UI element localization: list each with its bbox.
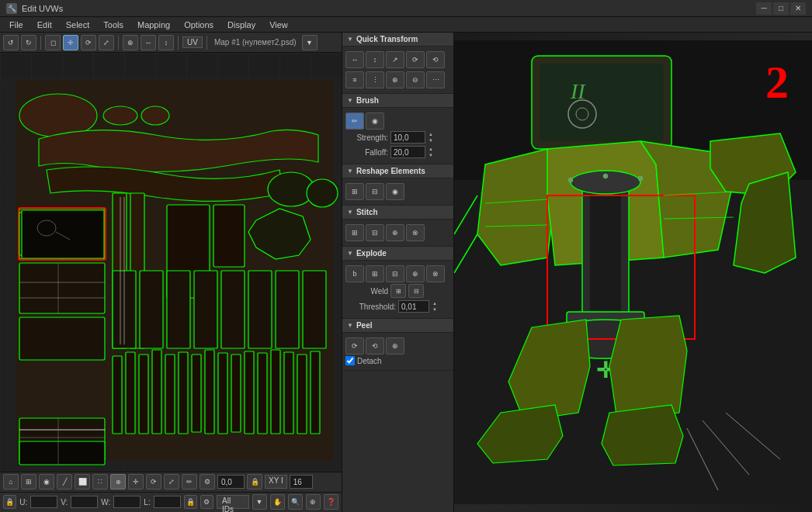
snap-btn[interactable]: ⊕: [110, 474, 126, 490]
zoom-tool[interactable]: 🔍: [288, 494, 303, 510]
u-input[interactable]: [30, 496, 57, 508]
qt-btn-4[interactable]: ⟳: [406, 51, 425, 68]
mirror-h-button[interactable]: ↔: [141, 35, 156, 50]
stitch-btn-2[interactable]: ⊟: [366, 224, 384, 241]
threshold-input[interactable]: [398, 300, 429, 313]
strength-label: Strength:: [345, 133, 388, 142]
peel-btn-3[interactable]: ⊕: [386, 337, 404, 355]
stitch-btn-4[interactable]: ⊗: [406, 224, 425, 241]
stitch-btn-1[interactable]: ⊞: [345, 224, 364, 241]
v-input[interactable]: [71, 496, 98, 508]
menu-options[interactable]: Options: [178, 19, 220, 31]
menu-file[interactable]: File: [3, 19, 29, 31]
move-button[interactable]: ✛: [63, 35, 78, 50]
extra-tool[interactable]: ⊕: [306, 494, 321, 510]
vertices-btn[interactable]: ◉: [39, 474, 54, 490]
settings2-icon[interactable]: ⚙: [200, 495, 213, 509]
uv-label[interactable]: UV: [182, 36, 203, 48]
reshape-btn-3[interactable]: ◉: [386, 183, 404, 200]
minimize-button[interactable]: ─: [756, 2, 772, 15]
filter-dropdown[interactable]: ▼: [252, 494, 267, 510]
settings-btn[interactable]: ⚙: [200, 474, 215, 490]
reshape-btn-2[interactable]: ⊟: [366, 183, 384, 200]
qt-btn-9[interactable]: ⊖: [406, 71, 425, 88]
qt-btn-10[interactable]: ⋯: [426, 71, 445, 88]
explode-btn-2[interactable]: ⊞: [366, 265, 384, 282]
filter-all-ids[interactable]: All IDs: [217, 495, 248, 509]
svg-rect-20: [192, 355, 201, 432]
l-input[interactable]: [154, 496, 181, 508]
brush-btn-2[interactable]: ◉: [366, 112, 384, 130]
maximize-button[interactable]: □: [773, 2, 789, 15]
paint-btn[interactable]: ✏: [182, 474, 197, 490]
quick-transform-header[interactable]: ▼ Quick Transform: [342, 33, 453, 47]
select-mode-button[interactable]: ◻: [45, 35, 61, 50]
explode-btn-3[interactable]: ⊟: [386, 265, 404, 282]
lock-icon[interactable]: 🔒: [3, 495, 16, 509]
qt-btn-3[interactable]: ↗: [386, 51, 404, 68]
freeform-button[interactable]: ⊕: [123, 35, 138, 50]
uv-canvas[interactable]: ⌂ ⊞ ◉ ╱ ⬜ ∷ ⊕ ✛ ⟳ ⤢ ✏ ⚙ 0,0 🔒 XY I 16: [0, 53, 342, 512]
reshape-header[interactable]: ▼ Reshape Elements: [342, 164, 453, 178]
strength-spinner[interactable]: ▲ ▼: [429, 131, 433, 144]
peel-btn-1[interactable]: ⟳: [345, 337, 364, 355]
scale-button[interactable]: ⤢: [99, 35, 114, 50]
axis-selector[interactable]: XY I: [265, 475, 287, 489]
falloff-input[interactable]: [390, 146, 425, 158]
w-input[interactable]: [113, 496, 141, 508]
weld-btn-1[interactable]: ⊞: [390, 284, 406, 298]
extra-tool2[interactable]: ❓: [324, 494, 338, 510]
edges-btn[interactable]: ╱: [57, 474, 72, 490]
reshape-arrow: ▼: [347, 168, 353, 175]
weld-btn-2[interactable]: ⊟: [408, 284, 424, 298]
falloff-spinner[interactable]: ▲ ▼: [429, 146, 433, 158]
3d-viewport[interactable]: II: [454, 33, 812, 512]
strength-input[interactable]: [390, 131, 425, 144]
axis-lock-btn[interactable]: 🔒: [247, 474, 262, 490]
map-dropdown-btn[interactable]: ▼: [302, 35, 318, 50]
detach-label: Detach: [357, 357, 382, 365]
menu-display[interactable]: Display: [221, 19, 262, 31]
mirror-v-button[interactable]: ↕: [158, 35, 174, 50]
explode-btn-4[interactable]: ⊕: [406, 265, 425, 282]
explode-header[interactable]: ▼ Explode: [342, 247, 453, 261]
peel-btn-2[interactable]: ⟲: [366, 337, 384, 355]
menu-tools[interactable]: Tools: [97, 19, 130, 31]
detach-checkbox[interactable]: [345, 356, 355, 365]
explode-btn-1[interactable]: b: [345, 265, 364, 282]
menu-edit[interactable]: Edit: [31, 19, 58, 31]
qt-btn-1[interactable]: ↔: [345, 51, 364, 68]
brush-btn-1[interactable]: ✏: [345, 112, 364, 130]
qt-btn-8[interactable]: ⊕: [386, 71, 404, 88]
menu-select[interactable]: Select: [60, 19, 96, 31]
move-tool-btn[interactable]: ✛: [128, 474, 144, 490]
qt-btn-2[interactable]: ↕: [366, 51, 384, 68]
stitch-header[interactable]: ▼ Stitch: [342, 206, 453, 220]
select-all-btn[interactable]: ∷: [92, 474, 108, 490]
undo-button[interactable]: ↺: [3, 35, 19, 50]
menu-mapping[interactable]: Mapping: [131, 19, 176, 31]
close-button[interactable]: ✕: [790, 2, 806, 15]
rotate-tool-btn[interactable]: ⟳: [146, 474, 161, 490]
stitch-btn-3[interactable]: ⊕: [386, 224, 404, 241]
threshold-spinner[interactable]: ▲ ▼: [432, 300, 437, 313]
redo-button[interactable]: ↻: [21, 35, 36, 50]
peel-arrow: ▼: [347, 322, 353, 329]
quick-transform-label: Quick Transform: [356, 35, 418, 43]
faces-btn[interactable]: ⬜: [75, 474, 90, 490]
lock2-icon[interactable]: 🔒: [184, 495, 197, 509]
quick-transform-content: ↔ ↕ ↗ ⟳ ⟲ ≡ ⋮ ⊕ ⊖ ⋯: [342, 47, 453, 94]
reshape-btn-1[interactable]: ⊞: [345, 183, 364, 200]
explode-btn-5[interactable]: ⊗: [426, 265, 445, 282]
brush-header[interactable]: ▼ Brush: [342, 94, 453, 108]
qt-btn-6[interactable]: ≡: [345, 71, 364, 88]
rotate-button[interactable]: ⟳: [81, 35, 96, 50]
home-btn[interactable]: ⌂: [3, 474, 19, 490]
qt-btn-5[interactable]: ⟲: [426, 51, 445, 68]
qt-btn-7[interactable]: ⋮: [366, 71, 384, 88]
peel-header[interactable]: ▼ Peel: [342, 319, 453, 333]
scale-tool-btn[interactable]: ⤢: [164, 474, 179, 490]
grid-btn[interactable]: ⊞: [21, 474, 36, 490]
menu-view[interactable]: View: [263, 19, 294, 31]
hand-tool[interactable]: ✋: [270, 494, 285, 510]
